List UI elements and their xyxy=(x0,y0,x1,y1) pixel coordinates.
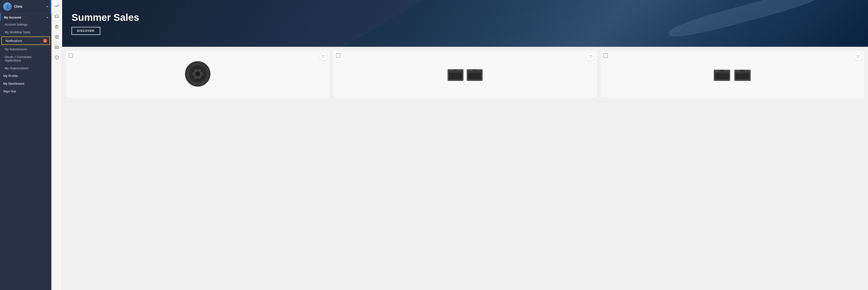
svg-point-25 xyxy=(193,70,194,72)
receipt-icon[interactable] xyxy=(53,33,61,41)
svg-point-24 xyxy=(193,76,194,77)
svg-point-23 xyxy=(197,78,198,80)
svg-rect-56 xyxy=(715,71,729,74)
chevron-down-icon: ▾ xyxy=(47,16,48,19)
sidebar-item-label: My Dashboard xyxy=(3,82,24,85)
product-image-rotor xyxy=(66,51,330,97)
car-icon[interactable] xyxy=(53,12,61,20)
avatar-image: 👤 xyxy=(3,2,12,11)
wishlist-button-2[interactable] xyxy=(587,53,594,60)
sidebar-item-oauth2[interactable]: OAuth 2 Connected Applications xyxy=(0,53,52,64)
sidebar-item-label: My Workflow Tasks xyxy=(5,30,31,34)
product-image-pads-2 xyxy=(601,51,864,97)
sidebar-item-label: My Submissions xyxy=(5,48,27,51)
sidebar-item-label: Account Settings xyxy=(5,23,28,26)
svg-rect-59 xyxy=(740,70,745,71)
clipboard-list-icon[interactable] xyxy=(53,23,61,30)
my-account-title: My Account xyxy=(4,16,21,19)
product-image-pads-1 xyxy=(333,51,597,97)
chevron-down-icon: ▾ xyxy=(47,5,48,8)
wishlist-button-3[interactable] xyxy=(855,53,862,60)
product-card-pads-2 xyxy=(601,51,864,97)
sidebar-item-notifications[interactable]: Notifications 1 xyxy=(1,36,50,45)
product-card-rotor xyxy=(66,51,330,97)
scroll-indicator xyxy=(51,0,52,14)
product-checkbox-1[interactable] xyxy=(69,53,73,58)
svg-rect-39 xyxy=(473,69,476,71)
svg-point-21 xyxy=(202,70,203,72)
sidebar-item-label: My Profile xyxy=(3,74,18,78)
product-grid xyxy=(62,51,868,101)
sidebar-item-workflow-tasks[interactable]: My Workflow Tasks xyxy=(0,28,52,36)
product-card-pads-1 xyxy=(333,51,597,97)
svg-point-22 xyxy=(202,76,203,77)
id-card-icon[interactable] xyxy=(53,44,61,51)
sidebar-item-my-profile[interactable]: My Profile xyxy=(0,72,52,80)
sidebar-item-account-settings[interactable]: Account Settings xyxy=(0,21,52,28)
discover-button[interactable]: DISCOVER xyxy=(71,27,100,35)
sidebar-item-submissions[interactable]: My Submissions xyxy=(0,46,52,53)
sidebar-item-label: My Organizations xyxy=(5,66,28,70)
svg-point-0 xyxy=(55,17,56,18)
icon-rail xyxy=(52,0,62,290)
brake-pads-image-1 xyxy=(446,63,484,84)
svg-point-20 xyxy=(197,68,198,69)
product-checkbox-2[interactable] xyxy=(336,53,340,58)
product-checkbox-3[interactable] xyxy=(603,53,608,58)
alert-icon[interactable] xyxy=(53,54,61,61)
sidebar-username: Chris xyxy=(14,5,47,8)
summer-sales-banner: Summer Sales DISCOVER xyxy=(62,0,868,47)
sidebar-item-label: OAuth 2 Connected Applications xyxy=(5,55,48,62)
svg-rect-66 xyxy=(736,71,749,74)
banner-content: Summer Sales DISCOVER xyxy=(71,12,139,35)
svg-rect-49 xyxy=(720,70,724,71)
wishlist-button-1[interactable] xyxy=(320,53,327,60)
sidebar: 👤 Chris ▾ My Account ▾ Account Settings … xyxy=(0,0,52,290)
svg-rect-46 xyxy=(468,71,482,73)
brake-pads-image-2 xyxy=(714,63,751,84)
svg-rect-29 xyxy=(454,69,457,71)
svg-rect-36 xyxy=(449,71,462,73)
svg-point-9 xyxy=(56,47,56,48)
svg-rect-2 xyxy=(56,25,57,26)
banner-title: Summer Sales xyxy=(71,12,139,23)
banner-overlay xyxy=(62,0,868,47)
sidebar-item-organizations[interactable]: My Organizations xyxy=(0,64,52,72)
sidebar-user[interactable]: 👤 Chris ▾ xyxy=(0,0,52,13)
trending-icon[interactable] xyxy=(53,2,61,10)
sidebar-item-sign-out[interactable]: Sign Out xyxy=(0,87,52,95)
sidebar-item-label: Notifications xyxy=(6,39,22,42)
sidebar-item-label: Sign Out xyxy=(3,90,16,93)
notification-badge: 1 xyxy=(43,38,47,43)
svg-point-19 xyxy=(195,71,200,76)
avatar: 👤 xyxy=(3,2,12,11)
sidebar-item-my-dashboard[interactable]: My Dashboard xyxy=(0,80,52,87)
brake-rotor-image xyxy=(184,60,212,88)
my-account-section-header[interactable]: My Account ▾ xyxy=(0,13,52,21)
main-content: Summer Sales DISCOVER xyxy=(62,0,868,290)
